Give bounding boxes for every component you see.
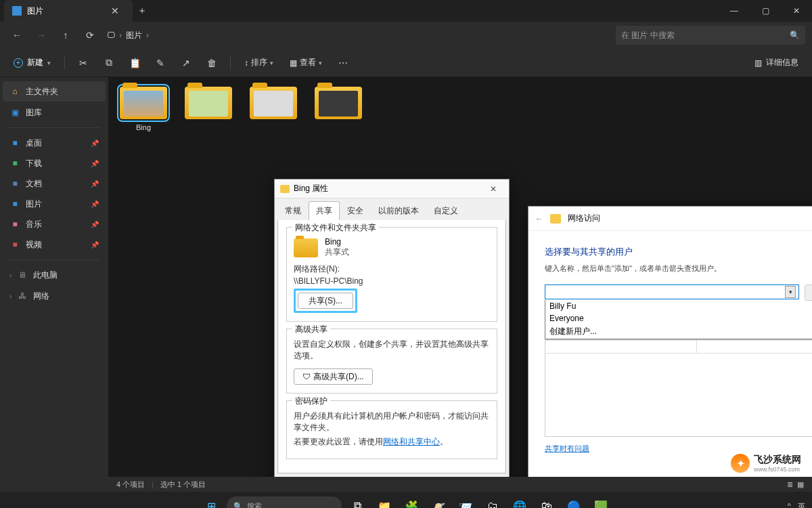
shared-users-list[interactable]: [545, 339, 812, 437]
breadcrumb[interactable]: 🖵 › 图片 ›: [107, 30, 149, 41]
share-button-highlight: 共享(S)...: [294, 289, 357, 313]
content-area: Bing Bing 属性 ✕ 常规共享安全以前的版本自定义 网络文件和文件夹共享…: [108, 77, 812, 492]
app-pinned-6[interactable]: 🟩: [589, 494, 612, 508]
browser-tab[interactable]: 图片 ✕: [4, 0, 133, 22]
close-tab-icon[interactable]: ✕: [106, 1, 125, 20]
folder-icon: [315, 87, 362, 119]
breadcrumb-item[interactable]: 图片: [126, 30, 142, 41]
close-window-button[interactable]: ✕: [781, 0, 812, 22]
sidebar-item-下载[interactable]: ■下载📌: [3, 153, 106, 173]
sidebar-this-pc[interactable]: › 🖥 此电脑: [3, 265, 106, 285]
user-input[interactable]: [548, 286, 785, 298]
system-tray[interactable]: ^ 英: [788, 501, 805, 509]
folder-icon: ■: [9, 178, 20, 189]
new-button[interactable]: + 新建 ▾: [7, 54, 58, 71]
more-button[interactable]: ⋯: [332, 53, 355, 73]
folder-icon: [294, 238, 318, 257]
start-button[interactable]: ⊞: [200, 494, 223, 508]
sidebar-network[interactable]: › 🖧 网络: [3, 286, 106, 306]
share-button[interactable]: 共享(S)...: [298, 293, 353, 309]
close-dialog-button[interactable]: ✕: [483, 181, 503, 197]
gallery-icon: ▣: [9, 107, 20, 118]
search-input[interactable]: 在 图片 中搜索 🔍: [616, 26, 805, 45]
subtext: 键入名称，然后单击"添加"，或者单击箭头查找用户。: [545, 263, 812, 274]
sidebar-item-文档[interactable]: ■文档📌: [3, 173, 106, 194]
sidebar-item-视频[interactable]: ■视频📌: [3, 234, 106, 255]
network-access-dialog: ← 网络访问 ✕ 选择要与其共享的用户 键入名称，然后单击"添加"，或者单击箭头…: [528, 206, 812, 484]
back-icon[interactable]: ←: [535, 214, 543, 224]
folder-icon: ■: [9, 239, 20, 250]
tab-安全[interactable]: 安全: [340, 201, 371, 220]
pin-icon: 📌: [91, 180, 99, 188]
back-button[interactable]: ←: [7, 25, 27, 45]
network-share-section: 网络文件和文件夹共享 Bing 共享式 网络路径(N): \\BILLYFU-P…: [286, 227, 497, 322]
view-button[interactable]: ▦ 查看 ▾: [283, 57, 329, 68]
shield-icon: 🛡: [302, 372, 311, 381]
up-button[interactable]: ↑: [55, 25, 76, 45]
plus-icon: +: [14, 58, 23, 68]
details-pane-button[interactable]: ▥ 详细信息: [748, 57, 805, 68]
app-edge[interactable]: 🌐: [508, 494, 531, 508]
task-view-button[interactable]: ⧉: [346, 494, 369, 508]
trouble-link[interactable]: 共享时有问题: [545, 444, 589, 452]
dropdown-option[interactable]: Billy Fu: [545, 300, 812, 312]
tab-自定义[interactable]: 自定义: [426, 201, 466, 220]
dialog-titlebar[interactable]: Bing 属性 ✕: [275, 179, 509, 198]
app-pinned-1[interactable]: 🧩: [400, 494, 423, 508]
user-dropdown: Billy FuEveryone创建新用户...: [545, 300, 812, 339]
add-button[interactable]: 添加(A): [805, 284, 812, 301]
advanced-share-button[interactable]: 🛡 高级共享(D)...: [294, 368, 373, 385]
tab-以前的版本[interactable]: 以前的版本: [371, 201, 426, 220]
minimize-button[interactable]: —: [719, 0, 750, 22]
app-pinned-2[interactable]: 🪐: [427, 494, 450, 508]
sidebar-item-图片[interactable]: ■图片📌: [3, 194, 106, 214]
dialog-tabs: 常规共享安全以前的版本自定义: [275, 198, 509, 220]
share-button[interactable]: ↗: [175, 53, 198, 73]
tray-up-icon[interactable]: ^: [788, 502, 791, 508]
watermark: ✦ 飞沙系统网 www.fs0745.com: [724, 451, 808, 475]
copy-button[interactable]: ⧉: [97, 53, 120, 73]
dialog-title: 网络访问: [568, 213, 600, 224]
forward-button[interactable]: →: [31, 25, 51, 45]
network-icon: 🖧: [17, 291, 28, 301]
toolbar: + 新建 ▾ ✂ ⧉ 📋 ✎ ↗ 🗑 ↕ 排序 ▾ ▦ 查看 ▾ ⋯ ▥ 详细信…: [0, 49, 812, 77]
folder-item[interactable]: [248, 87, 299, 131]
maximize-button[interactable]: ▢: [750, 0, 781, 22]
search-placeholder: 在 图片 中搜索: [621, 30, 784, 41]
app-store[interactable]: 🛍: [535, 494, 558, 508]
folder-item[interactable]: [313, 87, 364, 131]
dropdown-button[interactable]: ▾: [785, 286, 796, 298]
tab-共享[interactable]: 共享: [309, 201, 340, 220]
dropdown-option[interactable]: Everyone: [545, 312, 812, 324]
sidebar-item-桌面[interactable]: ■桌面📌: [3, 133, 106, 153]
dropdown-option[interactable]: 创建新用户...: [545, 324, 812, 339]
thumbnails-view-icon[interactable]: ▦: [797, 480, 804, 489]
sidebar-gallery[interactable]: ▣ 图库: [3, 102, 106, 123]
sort-button[interactable]: ↕ 排序 ▾: [238, 57, 280, 68]
cut-button[interactable]: ✂: [72, 53, 95, 73]
pin-icon: 📌: [91, 221, 99, 228]
ime-indicator[interactable]: 英: [798, 501, 805, 509]
paste-button[interactable]: 📋: [123, 53, 146, 73]
sidebar-item-音乐[interactable]: ■音乐📌: [3, 214, 106, 234]
taskbar-search[interactable]: 🔍 搜索: [227, 496, 342, 508]
sidebar-home[interactable]: ⌂ 主文件夹: [3, 81, 106, 102]
folder-item[interactable]: [183, 87, 234, 131]
folder-icon: ■: [9, 137, 20, 148]
refresh-button[interactable]: ⟳: [80, 25, 100, 45]
app-pinned-3[interactable]: 📨: [454, 494, 477, 508]
app-explorer[interactable]: 📁: [373, 494, 396, 508]
user-combobox[interactable]: ▾: [545, 284, 799, 299]
chevron-right-icon: ›: [9, 272, 12, 279]
new-tab-button[interactable]: ＋: [133, 1, 152, 20]
tab-常规[interactable]: 常规: [277, 201, 309, 220]
network-center-link[interactable]: 网络和共享中心: [383, 437, 440, 446]
app-pinned-4[interactable]: 🗂: [481, 494, 504, 508]
password-protect-section: 密码保护 用户必须具有此计算机的用户帐户和密码，才能访问共享文件夹。 若要更改此…: [286, 400, 497, 459]
pin-icon: 📌: [91, 241, 99, 249]
delete-button[interactable]: 🗑: [200, 53, 223, 73]
rename-button[interactable]: ✎: [149, 53, 172, 73]
details-view-icon[interactable]: ≣: [787, 480, 793, 489]
folder-item[interactable]: Bing: [118, 87, 169, 131]
app-pinned-5[interactable]: 🔵: [562, 494, 585, 508]
